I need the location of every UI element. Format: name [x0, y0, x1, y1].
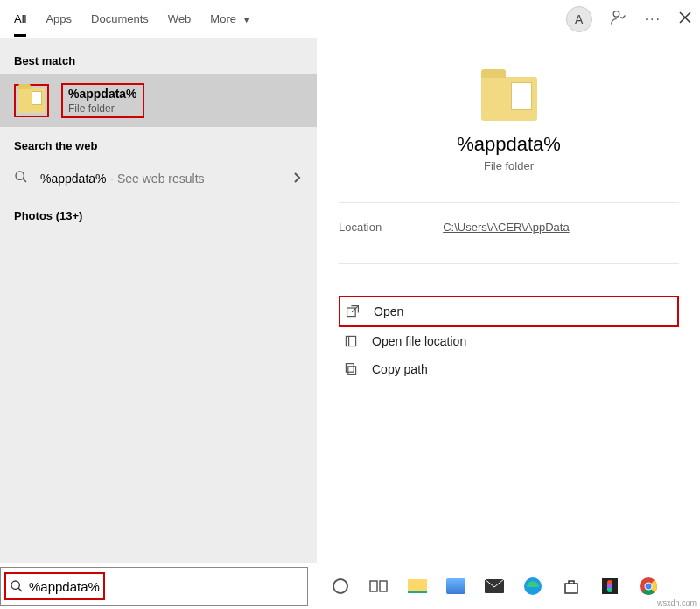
watermark: wsxdn.com — [657, 598, 696, 607]
chrome-icon[interactable] — [637, 575, 660, 598]
edge-icon[interactable] — [522, 575, 544, 598]
user-avatar[interactable]: A — [566, 6, 592, 32]
results-panel: Best match %appdata% File folder Search … — [0, 38, 317, 564]
taskbar — [308, 575, 700, 598]
tab-documents[interactable]: Documents — [91, 2, 149, 37]
web-query: %appdata% — [40, 172, 107, 186]
divider — [339, 202, 679, 203]
filter-tabs: All Apps Documents Web More ▼ — [14, 2, 251, 37]
copy-path-action[interactable]: Copy path — [339, 355, 679, 383]
figma-icon[interactable] — [598, 575, 621, 598]
close-button[interactable] — [679, 11, 691, 27]
best-match-result[interactable]: %appdata% File folder — [0, 74, 317, 127]
app-icon-1[interactable] — [444, 575, 467, 598]
main-area: Best match %appdata% File folder Search … — [0, 38, 700, 564]
detail-subtitle: File folder — [339, 159, 679, 172]
svg-rect-5 — [346, 364, 354, 373]
search-box[interactable]: %appdata% — [0, 567, 308, 606]
svg-point-0 — [613, 10, 620, 17]
search-web-label: Search the web — [0, 127, 317, 159]
svg-point-16 — [646, 584, 652, 590]
store-icon[interactable] — [560, 575, 583, 598]
svg-point-1 — [16, 172, 24, 179]
best-match-label: Best match — [0, 42, 317, 74]
location-path[interactable]: C:\Users\ACER\AppData — [443, 220, 570, 234]
location-label: Location — [339, 220, 382, 234]
svg-rect-3 — [346, 336, 355, 346]
location-icon — [344, 334, 358, 348]
folder-large-icon — [481, 77, 537, 121]
result-subtitle: File folder — [68, 102, 137, 115]
feedback-icon[interactable] — [610, 9, 627, 30]
mail-icon[interactable] — [483, 575, 506, 598]
copy-icon — [344, 362, 358, 376]
header-bar: All Apps Documents Web More ▼ A ··· — [0, 0, 700, 38]
search-icon — [14, 170, 28, 186]
svg-point-7 — [333, 579, 347, 593]
task-view-icon[interactable] — [368, 575, 390, 598]
svg-rect-8 — [370, 581, 377, 592]
tab-apps[interactable]: Apps — [46, 2, 72, 37]
divider — [339, 263, 679, 264]
svg-rect-4 — [348, 367, 356, 375]
open-file-location-action[interactable]: Open file location — [339, 327, 679, 355]
open-action[interactable]: Open — [339, 296, 679, 327]
chevron-right-icon — [292, 172, 303, 186]
tab-all[interactable]: All — [14, 2, 26, 37]
search-web-row[interactable]: %appdata% - See web results — [0, 159, 317, 197]
web-hint: - See web results — [107, 172, 205, 186]
open-icon — [346, 304, 360, 318]
more-options-button[interactable]: ··· — [645, 11, 662, 27]
detail-panel: %appdata% File folder Location C:\Users\… — [317, 38, 700, 564]
svg-rect-9 — [380, 581, 387, 592]
photos-label[interactable]: Photos (13+) — [0, 197, 317, 229]
chevron-down-icon: ▼ — [240, 15, 251, 24]
tab-web[interactable]: Web — [168, 2, 192, 37]
result-title: %appdata% — [68, 87, 137, 101]
detail-title: %appdata% — [339, 133, 679, 156]
bottom-bar: %appdata% — [0, 564, 700, 609]
file-explorer-icon[interactable] — [406, 575, 429, 598]
svg-point-6 — [11, 581, 19, 589]
folder-icon — [14, 84, 49, 117]
search-icon — [10, 579, 24, 593]
cortana-icon[interactable] — [329, 575, 352, 598]
search-input[interactable]: %appdata% — [29, 579, 100, 594]
tab-more[interactable]: More ▼ — [210, 2, 250, 37]
